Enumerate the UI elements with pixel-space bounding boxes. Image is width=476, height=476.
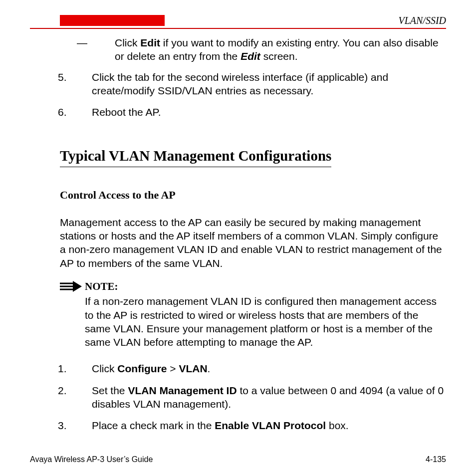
header-section-label: VLAN/SSID	[398, 15, 446, 26]
note-content: NOTE: If a non-zero management VLAN ID i…	[85, 280, 446, 349]
bold-configure: Configure	[117, 363, 167, 374]
text: .	[208, 363, 211, 374]
list-number: 2.	[75, 384, 92, 397]
note-block: NOTE: If a non-zero management VLAN ID i…	[60, 280, 446, 349]
list-number: 6.	[75, 105, 92, 119]
body-content: — Click Edit if you want to modify an ex…	[30, 36, 446, 433]
sub-bullet-edit: — Click Edit if you want to modify an ex…	[115, 36, 446, 63]
page-header: VLAN/SSID	[30, 15, 446, 29]
list-number: 3.	[75, 419, 92, 432]
bolditalic-edit: Edit	[240, 50, 260, 62]
footer-right: 4-135	[426, 455, 446, 464]
note-label: NOTE:	[85, 280, 446, 293]
step-2: 2.Set the VLAN Management ID to a value …	[92, 384, 446, 411]
sub-heading: Control Access to the AP	[60, 188, 446, 203]
section-heading-wrapper: Typical VLAN Management Configurations	[30, 127, 446, 170]
text: Click the tab for the second wireless in…	[92, 71, 388, 96]
list-item-5: 5.Click the tab for the second wireless …	[92, 70, 446, 98]
footer-left: Avaya Wireless AP-3 User’s Guide	[30, 455, 153, 464]
page-footer: Avaya Wireless AP-3 User’s Guide 4-135	[30, 455, 446, 464]
text: Place a check mark in the	[92, 420, 215, 431]
text: Click	[92, 363, 117, 374]
step-1: 1.Click Configure > VLAN.	[92, 362, 446, 375]
list-item-6: 6.Reboot the AP.	[92, 105, 446, 119]
text: Set the	[92, 385, 128, 396]
bold-edit: Edit	[140, 37, 160, 48]
text: Click	[115, 37, 140, 48]
section-heading: Typical VLAN Management Configurations	[60, 147, 331, 167]
text: screen.	[260, 50, 298, 62]
svg-marker-3	[73, 281, 82, 292]
document-page: VLAN/SSID — Click Edit if you want to mo…	[0, 0, 476, 476]
note-text: If a non-zero management VLAN ID is conf…	[85, 294, 446, 349]
list-number: 1.	[75, 362, 92, 375]
text: box.	[326, 420, 349, 431]
bold-enable-vlan-protocol: Enable VLAN Protocol	[215, 420, 326, 431]
bold-vlan: VLAN	[179, 363, 207, 374]
step-3: 3.Place a check mark in the Enable VLAN …	[92, 419, 446, 432]
text: >	[167, 363, 179, 374]
paragraph-intro: Management access to the AP can easily b…	[60, 216, 446, 270]
bold-vlan-mgmt-id: VLAN Management ID	[128, 385, 237, 396]
list-number: 5.	[75, 70, 92, 84]
dash-marker: —	[96, 36, 115, 49]
text: Reboot the AP.	[92, 106, 161, 118]
header-accent-block	[60, 15, 165, 26]
note-arrow-icon	[60, 280, 85, 295]
